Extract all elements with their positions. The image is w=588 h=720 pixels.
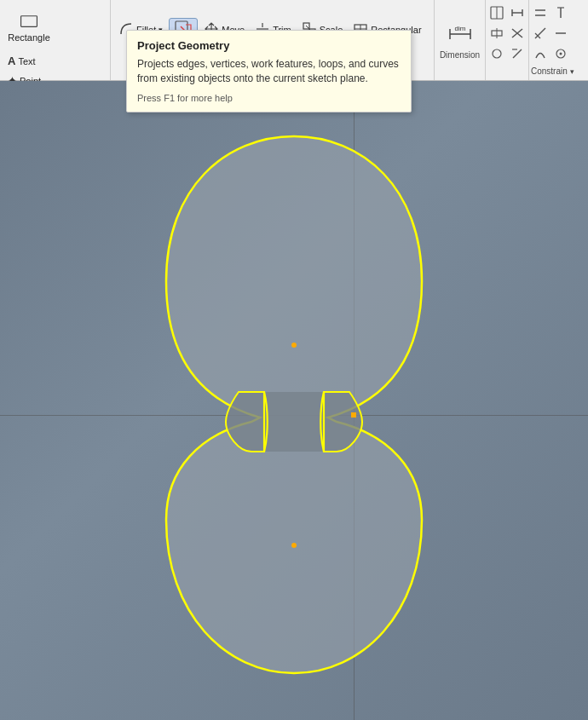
right-icons-section-2: Constrain ▾: [529, 0, 576, 80]
svg-text:dim: dim: [454, 25, 465, 32]
tooltip-description: Projects edges, vertices, work features,…: [137, 57, 401, 86]
svg-point-24: [493, 49, 501, 58]
constrain-label-container[interactable]: Constrain ▾: [531, 66, 574, 76]
create-section: Rectangle A Text ✦ Point Create ▾: [0, 0, 111, 80]
constraint-icon-8[interactable]: [551, 3, 570, 22]
sketch-shape: [158, 128, 430, 716]
text-button[interactable]: A Text: [3, 52, 40, 70]
constraint-icon-5[interactable]: [487, 44, 506, 63]
dimension-label: Dimension: [440, 50, 480, 60]
rectangle-button[interactable]: Rectangle: [3, 3, 55, 50]
svg-point-34: [560, 53, 562, 55]
constraint-icon-7[interactable]: [531, 3, 550, 22]
axis-intersection: [351, 412, 356, 418]
svg-point-38: [291, 543, 297, 548]
constraint-icon-9[interactable]: [531, 24, 550, 43]
tooltip-help: Press F1 for more help: [137, 93, 401, 103]
svg-line-30: [535, 28, 545, 38]
svg-point-37: [291, 343, 297, 348]
constraint-icon-3[interactable]: [487, 24, 506, 43]
canvas-area[interactable]: [0, 81, 588, 720]
constraint-icon-1[interactable]: [487, 3, 506, 22]
tooltip-title: Project Geometry: [137, 39, 401, 52]
tooltip-box: Project Geometry Projects edges, vertice…: [126, 30, 412, 112]
constraint-icon-10[interactable]: [551, 24, 570, 43]
dimension-icon: dim: [447, 20, 474, 50]
constraint-icon-12[interactable]: [551, 44, 570, 63]
constrain-label: Constrain: [531, 66, 568, 76]
svg-rect-0: [21, 15, 37, 26]
constraint-icon-4[interactable]: [508, 24, 527, 43]
constrain-dropdown-arrow: ▾: [570, 67, 574, 76]
constraint-icon-6[interactable]: [508, 44, 527, 63]
dimension-section: dim Dimension: [435, 0, 486, 80]
constraint-icon-11[interactable]: [531, 44, 550, 63]
text-icon: A: [8, 55, 15, 67]
constraint-icon-2[interactable]: [508, 3, 527, 22]
rectangle-icon: [20, 12, 38, 31]
right-icons-section: [486, 0, 529, 80]
